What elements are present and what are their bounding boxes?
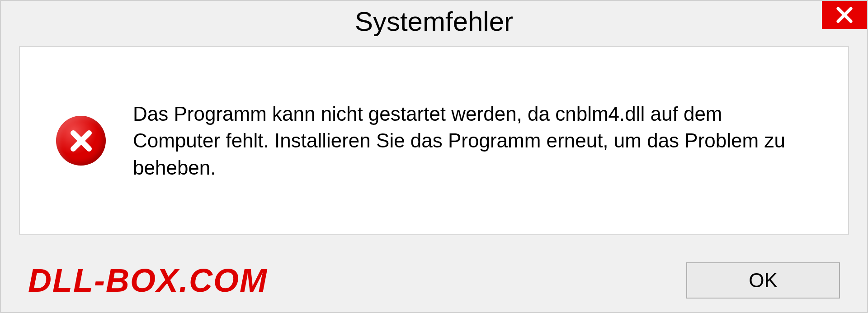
system-error-dialog: Systemfehler Das Programm kann nicht ges… xyxy=(0,0,868,313)
error-message: Das Programm kann nicht gestartet werden… xyxy=(133,100,812,181)
dialog-title: Systemfehler xyxy=(355,6,513,37)
ok-button[interactable]: OK xyxy=(686,262,840,299)
titlebar: Systemfehler xyxy=(1,1,867,42)
close-icon xyxy=(835,6,854,24)
content-area: Das Programm kann nicht gestartet werden… xyxy=(19,46,849,235)
watermark-text: DLL-BOX.COM xyxy=(28,262,268,299)
close-button[interactable] xyxy=(822,1,867,29)
footer: DLL-BOX.COM OK xyxy=(1,249,867,312)
error-icon xyxy=(56,116,106,166)
